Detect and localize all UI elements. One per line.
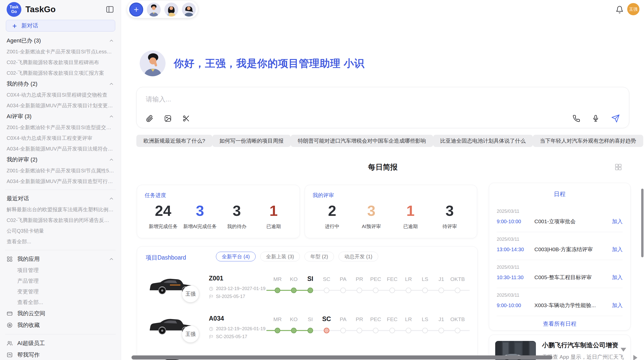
sidebar-item[interactable]: C02-飞腾新能源轻客改款项目立项汇报方案 — [7, 68, 114, 78]
milestone-label: SI — [308, 316, 313, 322]
schedule-item[interactable]: 2025/03/11 9:00-10:00 C001-立项审批会 加入 — [497, 204, 623, 232]
milestone-label: SC — [323, 276, 330, 282]
sidebar-item[interactable]: C0X4-动力总成开发项目工程变更评审 — [7, 133, 114, 143]
join-link[interactable]: 加入 — [612, 302, 623, 309]
suggestion-chip[interactable]: 欧洲新规最近颁布了什么? — [136, 135, 212, 147]
sidebar-item[interactable]: C02-飞腾新能源轻客改款项目的闭环通告反馈情况 — [7, 215, 114, 226]
schedule-row: 13:00-14:30 C003|H0B-方案冻结评审 加入 — [497, 246, 623, 253]
view-all-schedule-link[interactable]: 查看所有日程 — [497, 320, 623, 328]
tab-all-new-platform[interactable]: 全新平台 (4) — [216, 252, 256, 261]
my-apps-label: 我的应用 — [17, 255, 104, 263]
sidebar-item[interactable]: A034-全新新能源MUV产品开发项目法规符合性评审 — [7, 143, 114, 154]
agent-avatar-1[interactable] — [147, 3, 161, 17]
tab-powertrain[interactable]: 动总开发 (1) — [339, 252, 378, 261]
schedule-card: 日程 2025/03/11 9:00-10:00 C001-立项审批会 加入 2… — [489, 183, 631, 331]
app-link-change-mgmt[interactable]: 变更管理 — [7, 286, 114, 297]
section-header-recent-chats[interactable]: 最近对话 — [7, 193, 114, 204]
sidebar-item-my-apps[interactable]: 我的应用 — [7, 253, 114, 265]
notification-bell-icon[interactable] — [616, 6, 624, 14]
sidebar-item[interactable]: Z001-全新燃油轻卡产品开发项目SI造型提交物评审 — [7, 122, 114, 133]
app-link-product-mgmt[interactable]: 产品管理 — [7, 276, 114, 286]
milestone-label: J1 — [438, 276, 444, 282]
chevron-up-icon[interactable] — [109, 38, 114, 43]
add-agent-button[interactable]: ＋ — [129, 3, 143, 17]
app-link-view-all[interactable]: 查看全部... — [7, 297, 114, 308]
schedule-date: 2025/03/11 — [497, 293, 623, 298]
schedule-item[interactable]: 2025/03/11 9:00-10:00 X003-车辆动力学性能验... 加… — [497, 288, 623, 316]
chevron-up-icon[interactable] — [109, 114, 114, 119]
suggestion-chip[interactable]: 当下年轻人对汽车外观有怎样的喜好趋势 — [533, 135, 643, 147]
section-header-ai-review[interactable]: AI评审 (3) — [7, 111, 114, 122]
layout-grid-icon[interactable] — [614, 163, 622, 171]
scissors-icon[interactable] — [182, 115, 190, 122]
join-link[interactable]: 加入 — [612, 246, 623, 253]
join-link[interactable]: 加入 — [612, 274, 623, 281]
suggestion-chip[interactable]: 比亚迪全固态电池计划具体说了什么 — [433, 135, 533, 147]
phone-icon[interactable] — [573, 115, 580, 122]
news-body: 天眼查 App 显示，近日广州汇天飞行汽... — [542, 353, 624, 360]
milestone-label: MR — [273, 316, 282, 322]
milestone-label: J1 — [438, 316, 444, 322]
schedule-item[interactable]: 2025/03/11 13:00-14:30 C003|H0B-方案冻结评审 加… — [497, 232, 623, 260]
chevron-up-icon[interactable] — [109, 157, 114, 162]
send-icon[interactable] — [611, 114, 620, 123]
chevron-up-icon[interactable] — [109, 196, 114, 201]
attachment-icon[interactable] — [146, 115, 153, 122]
divider — [5, 190, 116, 190]
chevron-up-icon[interactable] — [109, 256, 114, 262]
suggestion-chip[interactable]: 特朗普可能对进口汽车增税会对中国车企造成哪些影响 — [291, 135, 433, 147]
schedule-date: 2025/03/11 — [497, 265, 623, 270]
schedule-name: C001-立项审批会 — [534, 218, 609, 225]
milestone-label: KO — [290, 316, 298, 322]
join-link[interactable]: 加入 — [612, 218, 623, 225]
sidebar-item[interactable]: A034-全新新能源MUV产品开发项目造型可行性评审 — [7, 176, 114, 187]
schedule-name: C003|H0B-方案冻结评审 — [534, 246, 609, 253]
my-review-card: 我的评审 2 进行中 3 AI预评审 1 已逾期 3 待评审 — [305, 185, 477, 238]
milestone-node — [438, 328, 444, 333]
user-avatar[interactable]: 王强 — [627, 3, 639, 15]
section-header-my-review[interactable]: 我的评审 (2) — [7, 154, 114, 165]
horizontal-scrollbar[interactable] — [131, 355, 552, 359]
sidebar-item[interactable]: C0X4-动力总成开发项目SI里程碑提交物检查 — [7, 89, 114, 100]
chevron-up-icon[interactable] — [109, 81, 114, 87]
sidebar-item[interactable]: 公司Q3轻卡销量 — [7, 226, 114, 236]
scroll-right-arrow-icon[interactable] — [633, 355, 637, 360]
project-dashboard-card: 项目Dashboard 全新平台 (4) 全新上装 (3) 年型 (2) 动总开… — [137, 246, 478, 360]
sidebar-item[interactable]: Z001-全新燃油皮卡产品开发项目SI节点Lesson Learn报告 — [7, 46, 114, 57]
tab-model-year[interactable]: 年型 (2) — [304, 252, 334, 261]
section-header-agent-done[interactable]: Agent已办 (3) — [7, 35, 114, 46]
sidebar-item-ai-employee[interactable]: AI超级员工 — [7, 337, 114, 349]
milestone-label: FEC — [387, 316, 398, 322]
card-title: 任务进度 — [145, 192, 292, 199]
sidebar-item-help-write[interactable]: 帮我写作 — [7, 349, 114, 360]
sidebar-item[interactable]: 解释最新出台的欧盟报废车法规再生塑料比例被调至15%... — [7, 204, 114, 215]
agent-avatar-2[interactable] — [164, 3, 178, 17]
new-chat-button[interactable]: ＋ 新对话 — [6, 20, 115, 32]
sidebar-item-favorites[interactable]: 我的收藏 — [7, 319, 114, 331]
app-link-project-mgmt[interactable]: 项目管理 — [7, 265, 114, 276]
vertical-scrollbar[interactable] — [641, 189, 643, 257]
stat: 3 AI预评审 — [352, 202, 391, 230]
microphone-icon[interactable] — [592, 115, 599, 122]
milestone-label: OKTB — [450, 316, 465, 322]
scroll-down-arrow-icon[interactable] — [621, 348, 626, 352]
sidebar-collapse-icon[interactable] — [106, 5, 114, 14]
image-icon[interactable] — [164, 115, 172, 122]
composer-right-tools — [573, 114, 620, 123]
agent-avatar-3[interactable] — [182, 3, 196, 17]
composer[interactable]: 请输入... — [136, 87, 629, 128]
sidebar: Task Go TaskGo ＋ 新对话 Agent已办 (3) Z001-全新… — [0, 0, 121, 360]
quick-access-pill: ＋ — [127, 1, 198, 18]
section-header-my-todo[interactable]: 我的待办 (2) — [7, 78, 114, 89]
sidebar-item[interactable]: C02-飞腾新能源轻客改款项目里程碑画布 — [7, 57, 114, 68]
sidebar-item[interactable]: A034-全新新能源MUV产品开发项目计划变更表编写 — [7, 100, 114, 111]
sidebar-item-cloud-space[interactable]: 我的云空间 — [7, 308, 114, 319]
schedule-item[interactable]: 2025/03/11 10:30-11:30 C005-整车工程目标评审 加入 — [497, 260, 623, 288]
sidebar-item-view-all[interactable]: 查看全部... — [7, 236, 114, 247]
milestone-label: OKTB — [450, 276, 465, 282]
sidebar-item[interactable]: Z001-全新燃油轻卡产品开发项目SI节点属性5D文件评审 — [7, 165, 114, 176]
suggestion-chip[interactable]: 如何写一份清晰的项目周报 — [212, 135, 291, 147]
milestone-line-done — [266, 290, 313, 291]
tab-new-upfit[interactable]: 全新上装 (3) — [260, 252, 300, 261]
composer-toolbar — [146, 114, 620, 123]
